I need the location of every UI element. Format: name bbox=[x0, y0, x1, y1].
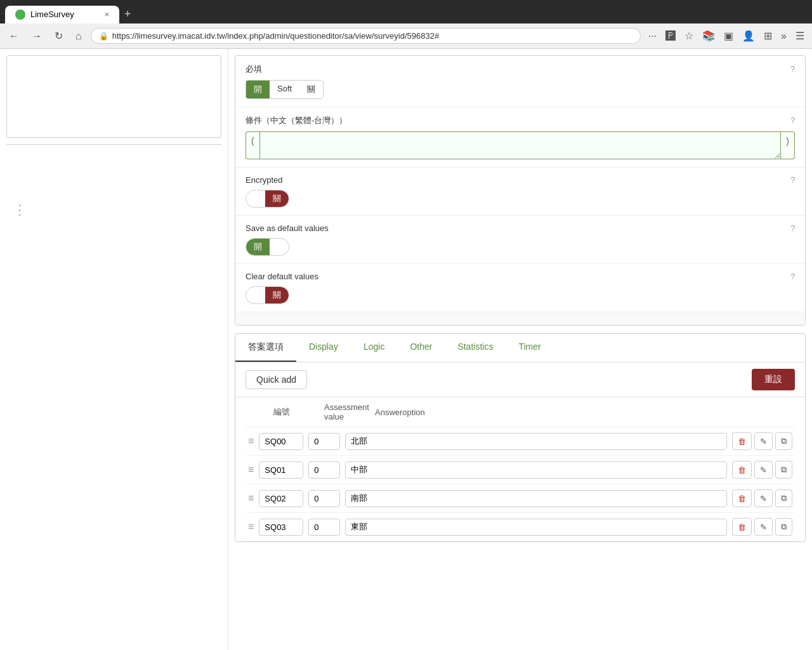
row-drag-handle[interactable]: ≡ bbox=[248, 493, 254, 504]
row-drag-handle[interactable]: ≡ bbox=[248, 435, 254, 447]
browser-tab[interactable]: LimeSurvey × bbox=[5, 6, 119, 23]
clear-default-off-label[interactable]: 關 bbox=[265, 287, 289, 303]
condition-row: 條件（中文（繁體-台灣）） ? ( ) bbox=[235, 107, 805, 168]
encrypted-row: Encrypted ? 關 bbox=[235, 168, 805, 216]
row-code-input[interactable] bbox=[259, 461, 303, 479]
tab-other[interactable]: Other bbox=[397, 334, 445, 362]
drag-handle[interactable]: ⋮ bbox=[6, 196, 221, 225]
quick-add-button[interactable]: Quick add bbox=[246, 370, 307, 389]
encrypted-on-side[interactable] bbox=[246, 196, 265, 201]
condition-textarea[interactable] bbox=[259, 131, 782, 159]
save-default-row: Save as default values ? 開 bbox=[235, 216, 805, 264]
row-answer-input[interactable] bbox=[345, 433, 727, 450]
mandatory-help-icon[interactable]: ? bbox=[790, 65, 795, 74]
header-code: 編號 bbox=[273, 406, 324, 418]
extensions-icon[interactable]: ⊞ bbox=[761, 27, 775, 44]
edit-button[interactable]: ✎ bbox=[754, 518, 773, 536]
row-code-input[interactable] bbox=[259, 433, 303, 450]
menu-dots[interactable]: ··· bbox=[646, 28, 659, 44]
account-icon[interactable]: 👤 bbox=[740, 27, 757, 44]
mandatory-label: 必填 bbox=[246, 63, 262, 75]
row-value-input[interactable] bbox=[308, 519, 340, 536]
row-value-input[interactable] bbox=[308, 461, 340, 479]
sidebar-icon[interactable]: ▣ bbox=[721, 27, 736, 44]
clear-default-toggle[interactable]: 關 bbox=[246, 286, 289, 304]
copy-button[interactable]: ⧉ bbox=[775, 518, 792, 536]
tab-display[interactable]: Display bbox=[296, 334, 351, 362]
text-editor[interactable] bbox=[6, 55, 221, 138]
save-default-off-side[interactable] bbox=[270, 244, 289, 249]
mandatory-close[interactable]: 關 bbox=[299, 81, 323, 98]
url-text: https://limesurvey.imacat.idv.tw/index.p… bbox=[112, 31, 439, 41]
mandatory-toggle-group[interactable]: 開 Soft 關 bbox=[246, 80, 324, 99]
edit-button[interactable]: ✎ bbox=[754, 461, 773, 479]
row-actions: 🗑 ✎ ⧉ bbox=[732, 518, 792, 536]
clear-default-row: Clear default values ? 關 bbox=[235, 264, 805, 312]
save-default-on-label[interactable]: 開 bbox=[246, 239, 270, 255]
save-default-toggle[interactable]: 開 bbox=[246, 238, 289, 256]
header-assessment: Assessment value bbox=[324, 402, 375, 421]
row-value-input[interactable] bbox=[308, 490, 340, 507]
table-row: ≡ 🗑 ✎ ⧉ bbox=[246, 456, 795, 484]
copy-button[interactable]: ⧉ bbox=[775, 432, 792, 450]
mandatory-open[interactable]: 開 bbox=[246, 81, 270, 98]
tab-close-icon[interactable]: × bbox=[104, 10, 109, 19]
bookmark-icon[interactable]: ☆ bbox=[682, 27, 696, 44]
lock-icon: 🔒 bbox=[99, 32, 108, 41]
clear-default-on-side[interactable] bbox=[246, 293, 265, 298]
header-answer: Answeroption bbox=[375, 408, 729, 417]
row-actions: 🗑 ✎ ⧉ bbox=[732, 432, 792, 450]
reset-button[interactable]: 重設 bbox=[752, 369, 795, 390]
table-row: ≡ 🗑 ✎ ⧉ bbox=[246, 513, 795, 541]
tab-logic[interactable]: Logic bbox=[351, 334, 397, 362]
overflow-icon[interactable]: » bbox=[778, 28, 789, 44]
encrypted-off-label[interactable]: 關 bbox=[265, 190, 289, 207]
row-answer-input[interactable] bbox=[345, 461, 727, 479]
tab-answer-options[interactable]: 答案選項 bbox=[235, 334, 296, 362]
home-button[interactable]: ⌂ bbox=[72, 28, 86, 44]
tab-statistics[interactable]: Statistics bbox=[445, 334, 506, 362]
delete-button[interactable]: 🗑 bbox=[732, 489, 752, 507]
mandatory-soft[interactable]: Soft bbox=[270, 81, 299, 98]
address-bar[interactable]: 🔒 https://limesurvey.imacat.idv.tw/index… bbox=[91, 28, 641, 44]
table-row: ≡ 🗑 ✎ ⧉ bbox=[246, 427, 795, 456]
row-code-input[interactable] bbox=[259, 519, 303, 536]
divider bbox=[6, 144, 221, 145]
row-value-input[interactable] bbox=[308, 433, 340, 450]
table-header: 編號 Assessment value Answeroption bbox=[246, 397, 795, 427]
clear-default-label: Clear default values bbox=[246, 272, 318, 281]
tabs-nav: 答案選項 Display Logic Other Statistics Time… bbox=[235, 334, 805, 362]
row-answer-input[interactable] bbox=[345, 519, 727, 536]
library-icon[interactable]: 📚 bbox=[700, 27, 717, 44]
pocket-icon[interactable]: 🅿 bbox=[663, 28, 678, 44]
row-drag-handle[interactable]: ≡ bbox=[248, 521, 254, 533]
table-row: ≡ 🗑 ✎ ⧉ bbox=[246, 484, 795, 513]
settings-panel: 必填 ? 開 Soft 關 條件（中文（繁體-台灣）） ? ( ) bbox=[235, 55, 806, 326]
tab-title: LimeSurvey bbox=[30, 10, 74, 19]
encrypted-help-icon[interactable]: ? bbox=[790, 176, 795, 185]
row-code-input[interactable] bbox=[259, 490, 303, 507]
delete-button[interactable]: 🗑 bbox=[732, 461, 752, 479]
delete-button[interactable]: 🗑 bbox=[732, 518, 752, 536]
save-default-label: Save as default values bbox=[246, 223, 329, 233]
row-answer-input[interactable] bbox=[345, 490, 727, 507]
back-button[interactable]: ← bbox=[5, 28, 23, 44]
encrypted-label: Encrypted bbox=[246, 175, 283, 185]
encrypted-toggle[interactable]: 關 bbox=[246, 190, 289, 208]
condition-help-icon[interactable]: ? bbox=[790, 116, 795, 125]
new-tab-button[interactable]: + bbox=[119, 5, 136, 23]
refresh-button[interactable]: ↻ bbox=[51, 27, 67, 44]
save-default-help-icon[interactable]: ? bbox=[790, 224, 795, 233]
tab-timer[interactable]: Timer bbox=[506, 334, 553, 362]
edit-button[interactable]: ✎ bbox=[754, 489, 773, 507]
copy-button[interactable]: ⧉ bbox=[775, 461, 792, 479]
copy-button[interactable]: ⧉ bbox=[775, 489, 792, 507]
condition-input-wrapper: ( ) bbox=[246, 131, 795, 159]
forward-button[interactable]: → bbox=[28, 28, 46, 44]
delete-button[interactable]: 🗑 bbox=[732, 432, 752, 450]
row-actions: 🗑 ✎ ⧉ bbox=[732, 489, 792, 507]
row-drag-handle[interactable]: ≡ bbox=[248, 464, 254, 475]
hamburger-icon[interactable]: ☰ bbox=[793, 27, 807, 44]
clear-default-help-icon[interactable]: ? bbox=[790, 272, 795, 281]
edit-button[interactable]: ✎ bbox=[754, 432, 773, 450]
